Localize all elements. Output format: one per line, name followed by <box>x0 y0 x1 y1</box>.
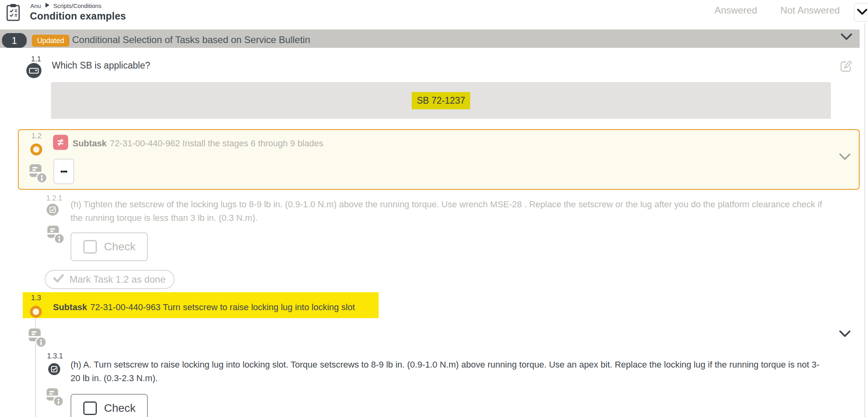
mark-task-done-button[interactable]: Mark Task 1.2 as done <box>45 270 175 289</box>
question-number: 1.1 <box>31 55 41 63</box>
page-title: Condition examples <box>30 10 126 22</box>
task-status-ring-icon <box>30 144 42 155</box>
step-number: 1.3.1 <box>47 352 63 360</box>
task-title-text: 72-31-00-440-963 Turn setscrew to raise … <box>90 302 355 312</box>
task-type-label: Subtask <box>73 138 107 148</box>
checkbox-icon <box>83 401 97 415</box>
step-instruction-text: (h) A. Turn setscrew to raise locking lu… <box>71 358 826 385</box>
step-instruction-text: (h) Tighten the setscrew of the locking … <box>71 198 826 225</box>
task-title: Subtask72-31-00-440-963 Turn setscrew to… <box>53 302 355 313</box>
check-button-label: Check <box>104 240 136 253</box>
edit-answer-icon[interactable] <box>839 60 852 75</box>
checkbox-icon <box>83 240 97 254</box>
task-type-label: Subtask <box>53 302 87 312</box>
scrollbar-track[interactable] <box>864 23 865 417</box>
step-notes-info-icon[interactable] <box>46 387 64 408</box>
question-text: Which SB is applicable? <box>52 60 150 71</box>
comment-placeholder[interactable]: ••• <box>53 159 74 184</box>
check-button-label: Check <box>104 402 136 415</box>
group-title: Conditional Selection of Tasks based on … <box>72 34 310 45</box>
step-number: 1.2.1 <box>46 194 62 203</box>
group-number-badge: 1 <box>2 33 27 48</box>
task-title-text: 72-31-00-440-962 Install the stages 6 th… <box>110 138 324 148</box>
chevron-down-icon <box>857 8 868 17</box>
check-button-disabled[interactable]: Check <box>71 232 148 261</box>
task-1-2-chevron-down-icon[interactable] <box>839 153 850 162</box>
task-number: 1.3 <box>31 294 41 302</box>
not-equal-condition-icon: ≠ <box>53 135 68 150</box>
condition-examples-page: Anu Scripts/Conditions Condition example… <box>0 0 868 417</box>
breadcrumb-arrow-icon <box>45 2 50 9</box>
mark-task-done-label: Mark Task 1.2 as done <box>69 274 165 285</box>
checkbox-step-icon <box>48 363 60 377</box>
dropdown-question-icon <box>26 63 41 80</box>
task-title: Subtask72-31-00-440-962 Install the stag… <box>73 138 323 149</box>
task-notes-info-icon[interactable] <box>28 328 47 349</box>
breadcrumb-root[interactable]: Anu <box>30 2 41 9</box>
checkbox-step-icon <box>47 204 59 217</box>
task-number: 1.2 <box>31 132 41 140</box>
answer-box: SB 72-1237 <box>51 82 831 119</box>
check-button[interactable]: Check <box>71 394 148 417</box>
breadcrumb-section[interactable]: Scripts/Conditions <box>53 2 102 9</box>
task-status-ring-icon <box>30 306 42 318</box>
collapse-all-button[interactable] <box>854 3 868 22</box>
answer-value-highlight[interactable]: SB 72-1237 <box>412 92 470 109</box>
filter-answered-button[interactable]: Answered <box>715 5 757 16</box>
group-chevron-down-icon[interactable] <box>841 33 852 42</box>
filter-not-answered-button[interactable]: Not Answered <box>780 5 840 16</box>
step-notes-info-icon[interactable] <box>47 225 65 246</box>
task-notes-info-icon[interactable] <box>29 163 48 185</box>
updated-badge: Updated <box>32 35 69 47</box>
check-mark-icon <box>53 274 64 285</box>
breadcrumb: Anu Scripts/Conditions <box>30 2 102 9</box>
task-1-3-chevron-down-icon[interactable] <box>839 330 850 339</box>
checklist-clipboard-icon <box>6 3 20 23</box>
